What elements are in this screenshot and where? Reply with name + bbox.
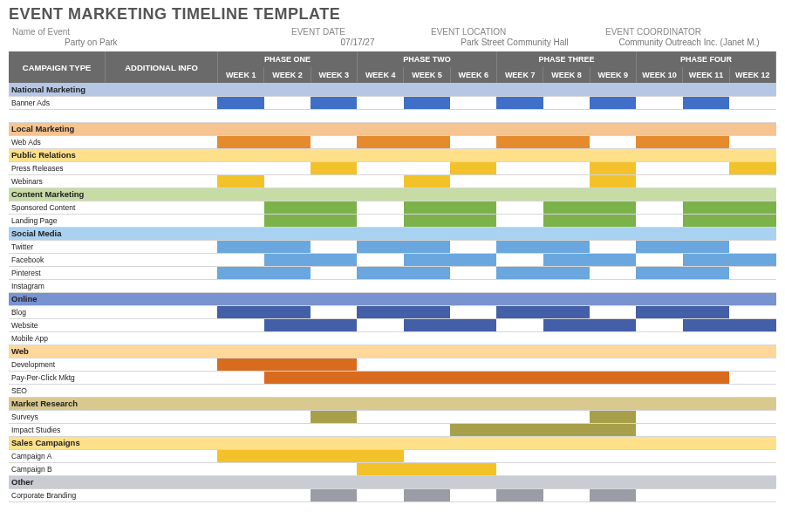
timeline-cell[interactable] xyxy=(729,253,775,266)
timeline-cell[interactable] xyxy=(543,358,590,371)
timeline-cell[interactable] xyxy=(636,201,682,214)
timeline-cell[interactable] xyxy=(683,279,729,292)
timeline-cell[interactable] xyxy=(311,318,357,331)
timeline-cell[interactable] xyxy=(450,331,496,344)
timeline-cell[interactable] xyxy=(636,305,682,318)
timeline-cell[interactable] xyxy=(217,410,263,423)
timeline-cell[interactable] xyxy=(543,214,590,227)
timeline-cell[interactable] xyxy=(636,240,682,253)
timeline-cell[interactable] xyxy=(404,279,450,292)
timeline-cell[interactable] xyxy=(450,201,496,214)
timeline-cell[interactable] xyxy=(404,109,450,122)
timeline-cell[interactable] xyxy=(636,161,682,174)
timeline-cell[interactable] xyxy=(450,462,496,475)
timeline-cell[interactable] xyxy=(543,161,590,174)
timeline-cell[interactable] xyxy=(683,135,729,148)
timeline-cell[interactable] xyxy=(311,201,357,214)
timeline-cell[interactable] xyxy=(636,96,682,109)
timeline-cell[interactable] xyxy=(543,449,590,462)
timeline-cell[interactable] xyxy=(357,358,403,371)
timeline-cell[interactable] xyxy=(636,266,682,279)
timeline-cell[interactable] xyxy=(404,318,450,331)
timeline-cell[interactable] xyxy=(636,331,682,344)
timeline-cell[interactable] xyxy=(264,161,311,174)
timeline-cell[interactable] xyxy=(264,240,311,253)
timeline-cell[interactable] xyxy=(636,253,682,266)
timeline-cell[interactable] xyxy=(729,161,775,174)
timeline-cell[interactable] xyxy=(217,305,263,318)
timeline-cell[interactable] xyxy=(543,96,590,109)
timeline-cell[interactable] xyxy=(729,410,775,423)
timeline-cell[interactable] xyxy=(496,423,543,436)
timeline-cell[interactable] xyxy=(496,331,543,344)
timeline-cell[interactable] xyxy=(543,462,590,475)
timeline-cell[interactable] xyxy=(311,371,357,384)
timeline-cell[interactable] xyxy=(264,109,311,122)
timeline-cell[interactable] xyxy=(311,410,357,423)
timeline-cell[interactable] xyxy=(217,253,263,266)
timeline-cell[interactable] xyxy=(683,318,729,331)
timeline-cell[interactable] xyxy=(404,449,450,462)
timeline-cell[interactable] xyxy=(590,253,636,266)
timeline-cell[interactable] xyxy=(450,318,496,331)
timeline-cell[interactable] xyxy=(404,410,450,423)
timeline-cell[interactable] xyxy=(543,109,590,122)
timeline-cell[interactable] xyxy=(217,488,263,501)
timeline-cell[interactable] xyxy=(357,214,403,227)
timeline-cell[interactable] xyxy=(404,305,450,318)
timeline-cell[interactable] xyxy=(496,318,543,331)
timeline-cell[interactable] xyxy=(450,109,496,122)
timeline-cell[interactable] xyxy=(450,449,496,462)
timeline-cell[interactable] xyxy=(264,201,311,214)
timeline-cell[interactable] xyxy=(217,371,263,384)
timeline-cell[interactable] xyxy=(496,266,543,279)
timeline-cell[interactable] xyxy=(543,174,590,188)
timeline-cell[interactable] xyxy=(729,358,775,371)
timeline-cell[interactable] xyxy=(357,331,403,344)
timeline-cell[interactable] xyxy=(450,358,496,371)
timeline-cell[interactable] xyxy=(590,358,636,371)
timeline-cell[interactable] xyxy=(357,253,403,266)
timeline-cell[interactable] xyxy=(264,253,311,266)
timeline-cell[interactable] xyxy=(311,109,357,122)
timeline-cell[interactable] xyxy=(496,449,543,462)
timeline-cell[interactable] xyxy=(590,109,636,122)
timeline-cell[interactable] xyxy=(357,161,403,174)
timeline-cell[interactable] xyxy=(450,214,496,227)
timeline-cell[interactable] xyxy=(450,135,496,148)
timeline-cell[interactable] xyxy=(217,279,263,292)
timeline-cell[interactable] xyxy=(496,174,543,188)
timeline-cell[interactable] xyxy=(450,279,496,292)
timeline-cell[interactable] xyxy=(636,109,682,122)
timeline-cell[interactable] xyxy=(636,462,682,475)
timeline-cell[interactable] xyxy=(636,318,682,331)
timeline-cell[interactable] xyxy=(543,410,590,423)
timeline-cell[interactable] xyxy=(590,449,636,462)
timeline-cell[interactable] xyxy=(217,135,263,148)
timeline-cell[interactable] xyxy=(217,96,263,109)
timeline-cell[interactable] xyxy=(404,462,450,475)
timeline-cell[interactable] xyxy=(357,305,403,318)
timeline-cell[interactable] xyxy=(683,266,729,279)
timeline-cell[interactable] xyxy=(496,371,543,384)
timeline-cell[interactable] xyxy=(357,462,403,475)
timeline-cell[interactable] xyxy=(590,462,636,475)
timeline-cell[interactable] xyxy=(683,410,729,423)
timeline-cell[interactable] xyxy=(357,423,403,436)
timeline-cell[interactable] xyxy=(636,488,682,501)
timeline-cell[interactable] xyxy=(543,135,590,148)
timeline-cell[interactable] xyxy=(543,371,590,384)
timeline-cell[interactable] xyxy=(729,462,775,475)
timeline-cell[interactable] xyxy=(217,318,263,331)
timeline-cell[interactable] xyxy=(590,488,636,501)
timeline-cell[interactable] xyxy=(404,384,450,397)
timeline-cell[interactable] xyxy=(404,161,450,174)
timeline-cell[interactable] xyxy=(729,384,775,397)
timeline-cell[interactable] xyxy=(311,266,357,279)
timeline-cell[interactable] xyxy=(496,96,543,109)
timeline-cell[interactable] xyxy=(496,358,543,371)
timeline-cell[interactable] xyxy=(496,384,543,397)
timeline-cell[interactable] xyxy=(636,423,682,436)
timeline-cell[interactable] xyxy=(636,174,682,188)
timeline-cell[interactable] xyxy=(357,371,403,384)
